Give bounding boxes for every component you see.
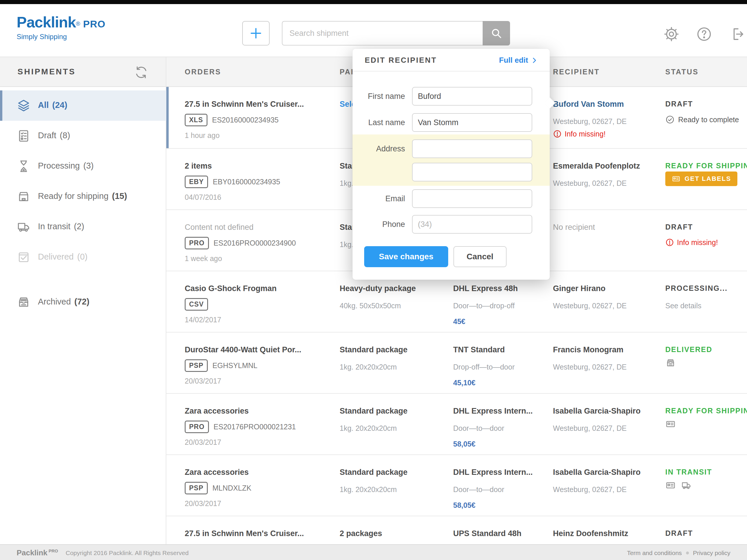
table-row[interactable]: 27.5 in Schwinn Men's Cruiser...2 packag… (166, 516, 747, 544)
parcel-dimensions: 40kg. 50x50x50cm (340, 301, 401, 310)
terms-link[interactable]: Term and conditions (627, 550, 682, 557)
status-label: DRAFT (665, 223, 693, 231)
order-reference-code: ES20176PRO000021231 (213, 423, 296, 431)
truck-icon (17, 220, 31, 234)
table-row[interactable]: Zara accessoriesPROES20176PRO00002123120… (166, 393, 747, 454)
page-footer: PacklinkPRO Copyright 2016 Packlink. All… (0, 544, 747, 560)
label-icon (672, 175, 680, 183)
packlink-pro-app: Packlink®PRO Simply Shipping SHIPMENTS A… (0, 0, 747, 560)
status-cell: READY FOR SHIPPINGGET LABELS (665, 149, 746, 210)
order-title: 27.5 in Schwinn Men's Cruiser... (185, 529, 304, 538)
hourglass-icon (17, 159, 31, 173)
logo-tagline: Simply Shipping (17, 33, 105, 41)
logout-button[interactable] (728, 26, 745, 43)
save-changes-button[interactable]: Save changes (364, 246, 448, 267)
sidebar-item-ready-for-shipping[interactable]: Ready for shipping(15) (0, 181, 166, 212)
parcel-type: Standard package (340, 407, 408, 416)
recipient-warning-text: Info missing! (565, 130, 606, 138)
recipient-cell: Isabella Garcia-ShapiroWesteburg, 02627,… (553, 455, 661, 516)
order-cell: 27.5 in Schwinn Men's Cruiser...XLSES201… (185, 87, 331, 148)
settings-button[interactable] (663, 26, 680, 43)
recipient-name[interactable]: Buford Van Stomm (553, 100, 624, 109)
service-cell: DHL Express 48hDoor—to—drop-off45€ (453, 271, 549, 332)
layers-icon (17, 99, 31, 113)
service-name: TNT Standard (453, 345, 505, 354)
sidebar-item-delivered[interactable]: Delivered(0) (0, 242, 166, 272)
sidebar-item-archived[interactable]: Archived(72) (0, 287, 166, 317)
sidebar-item-count: (24) (52, 100, 68, 110)
service-cell: DHL Express Intern...Door—to—door58,05€ (453, 455, 549, 516)
plus-icon (249, 26, 263, 40)
status-label: DRAFT (665, 529, 693, 537)
address-line2-field[interactable] (412, 163, 532, 181)
sidebar-item-processing[interactable]: Processing(3) (0, 151, 166, 181)
cancel-button[interactable]: Cancel (454, 246, 507, 267)
address-label: Address (353, 144, 405, 153)
checklist-icon (17, 129, 31, 143)
status-cell: DELIVERED (665, 332, 746, 394)
search-input[interactable] (282, 21, 483, 46)
table-row[interactable]: Zara accessoriesPSPMLNDXLZK20/03/2017Sta… (166, 454, 747, 516)
logo-wordmark: Packlink (17, 14, 76, 31)
first-name-field[interactable] (412, 87, 532, 106)
add-shipment-button[interactable] (242, 21, 269, 46)
sidebar-item-label: All(24) (38, 100, 68, 110)
sidebar-item-in-transit[interactable]: In transit(2) (0, 212, 166, 242)
edit-recipient-modal: EDIT RECIPIENT Full edit First name Last… (353, 49, 550, 280)
full-edit-link[interactable]: Full edit (499, 56, 538, 65)
order-cell: DuroStar 4400-Watt Quiet Por...PSPEGHSYL… (185, 332, 331, 394)
table-row[interactable]: Casio G-Shock FrogmanCSV14/02/2017Heavy-… (166, 271, 747, 332)
order-date: 14/02/2017 (185, 316, 221, 324)
status-details-link[interactable]: See details (665, 301, 701, 310)
recipient-name: Francis Monogram (553, 345, 624, 354)
sidebar-item-count: (0) (77, 252, 87, 261)
status-note-text: Ready to complete (678, 115, 739, 124)
recipient-name: Isabella Garcia-Shapiro (553, 468, 641, 477)
order-meta-line: CSV (185, 298, 208, 311)
recipient-name: Isabella Garcia-Shapiro (553, 407, 641, 416)
status-error-text: Info missing! (677, 238, 718, 247)
email-field[interactable] (412, 189, 532, 208)
parcel-type: 2 packages (340, 529, 382, 538)
help-button[interactable] (696, 26, 713, 43)
sidebar-header: SHIPMENTS (0, 57, 166, 87)
refresh-button[interactable] (134, 65, 149, 80)
label-icon (665, 480, 676, 490)
service-price: 45,10€ (453, 379, 475, 387)
recipient-warning: Info missing! (553, 130, 606, 138)
last-name-label: Last name (353, 118, 405, 127)
footer-logo: PacklinkPRO (17, 548, 58, 557)
recipient-cell: Ginger HiranoWesteburg, 02627, DE (553, 271, 661, 332)
order-cell: Zara accessoriesPSPMLNDXLZK20/03/2017 (185, 455, 331, 516)
status-icons (665, 480, 692, 490)
order-source-badge: XLS (185, 114, 207, 126)
address-line1-field[interactable] (412, 139, 532, 158)
modal-title: EDIT RECIPIENT (365, 56, 437, 65)
column-header-4: STATUS (665, 68, 699, 76)
sidebar-item-all[interactable]: All(24) (0, 90, 166, 121)
table-row[interactable]: DuroStar 4400-Watt Quiet Por...PSPEGHSYL… (166, 332, 747, 393)
privacy-link[interactable]: Privacy policy (693, 550, 730, 557)
service-name: DHL Express Intern... (453, 468, 533, 477)
sidebar-item-label: Delivered(0) (38, 252, 87, 262)
recipient-cell: Esmeralda PoofenplotzWesteburg, 02627, D… (553, 149, 661, 210)
get-labels-button[interactable]: GET LABELS (665, 171, 737, 186)
sidebar-item-draft[interactable]: Draft(8) (0, 121, 166, 151)
order-date: 20/03/2017 (185, 438, 221, 447)
order-reference-code: ES20160000234935 (212, 116, 279, 124)
service-name: DHL Express 48h (453, 284, 518, 293)
service-name: DHL Express Intern... (453, 407, 533, 416)
service-price: 58,05€ (453, 501, 475, 510)
search-button[interactable] (483, 21, 510, 46)
service-name: UPS Standard 48h (453, 529, 521, 538)
order-source-badge: PRO (185, 421, 209, 433)
status-label: READY FOR SHIPPING (665, 162, 747, 170)
service-price: 45€ (453, 317, 465, 326)
last-name-field[interactable] (412, 113, 532, 132)
order-date: 20/03/2017 (185, 499, 221, 508)
top-black-strip (0, 0, 747, 4)
logout-icon (728, 26, 745, 43)
order-cell: Content not definedPROES2016PRO000023490… (185, 210, 331, 271)
service-cell: UPS Standard 48h (453, 516, 549, 544)
phone-field[interactable] (412, 215, 532, 234)
